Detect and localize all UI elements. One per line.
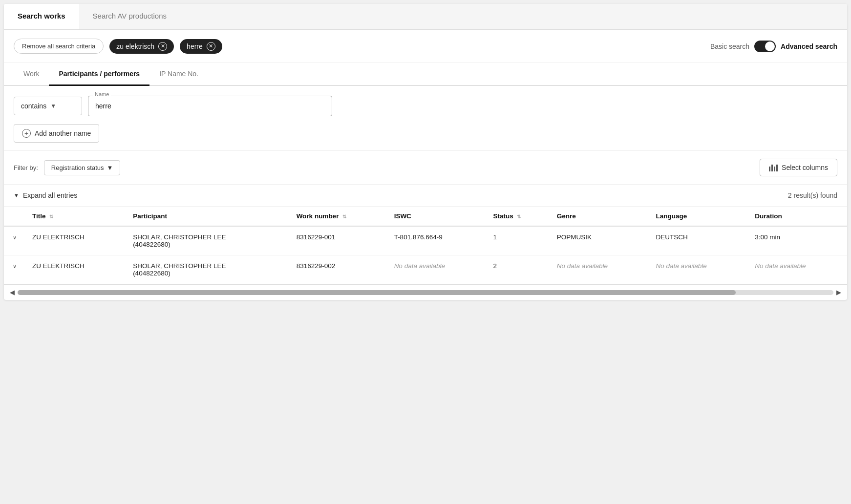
cell-work-number-1: 8316229-001 xyxy=(290,226,387,255)
add-name-button[interactable]: + Add another name xyxy=(14,124,99,143)
results-count: 2 result(s) found xyxy=(788,191,837,199)
select-columns-button[interactable]: Select columns xyxy=(760,159,837,176)
basic-search-label: Basic search xyxy=(710,42,749,50)
sub-tab-ip-name[interactable]: IP Name No. xyxy=(149,63,208,86)
remove-tag-zu-elektrisch[interactable]: ✕ xyxy=(158,42,167,51)
sort-icon: ⇅ xyxy=(49,214,53,219)
table-header-row: Title ⇅ Participant Work number ⇅ ISWC xyxy=(4,207,847,226)
sub-tab-participants[interactable]: Participants / performers xyxy=(49,63,149,86)
col-language: Language xyxy=(649,207,748,226)
columns-icon xyxy=(769,164,778,171)
cell-title-2: ZU ELEKTRISCH xyxy=(25,255,126,284)
tag-herre: herre ✕ xyxy=(180,39,222,54)
horizontal-scrollbar[interactable]: ◀ ▶ xyxy=(4,284,847,300)
col-expand xyxy=(4,207,25,226)
remove-tag-herre[interactable]: ✕ xyxy=(207,42,215,51)
filter-left: Filter by: Registration status ▼ xyxy=(14,160,120,175)
cell-status-2: 2 xyxy=(486,255,550,284)
col-work-number[interactable]: Work number ⇅ xyxy=(290,207,387,226)
table-wrapper: Title ⇅ Participant Work number ⇅ ISWC xyxy=(4,207,847,284)
sub-tabs: Work Participants / performers IP Name N… xyxy=(4,63,847,86)
sort-icon: ⇅ xyxy=(342,214,346,219)
row-expand-2[interactable]: ∨ xyxy=(4,255,25,284)
name-input-wrapper: Name xyxy=(88,96,332,116)
page-container: Search works Search AV productions Remov… xyxy=(0,0,851,504)
cell-genre-2: No data available xyxy=(550,255,649,284)
results-header: ▼ Expand all entries 2 result(s) found xyxy=(4,185,847,207)
scrollbar-track[interactable] xyxy=(18,290,833,295)
col-duration: Duration xyxy=(748,207,847,226)
name-input[interactable] xyxy=(88,96,332,116)
form-row: contains ▼ Name xyxy=(14,96,837,116)
cell-status-1: 1 xyxy=(486,226,550,255)
search-mode-switch[interactable] xyxy=(754,41,776,52)
criteria-bar: Remove all search criteria zu elektrisch… xyxy=(4,30,847,63)
results-table: Title ⇅ Participant Work number ⇅ ISWC xyxy=(4,207,847,284)
chevron-down-icon: ▼ xyxy=(107,164,113,171)
name-field-label: Name xyxy=(93,91,111,97)
sub-tab-work[interactable]: Work xyxy=(14,63,49,86)
scrollbar-handle[interactable] xyxy=(18,290,736,295)
registration-status-dropdown[interactable]: Registration status ▼ xyxy=(44,160,121,175)
expand-all-button[interactable]: ▼ Expand all entries xyxy=(14,191,77,199)
cell-language-1: DEUTSCH xyxy=(649,226,748,255)
col-genre: Genre xyxy=(550,207,649,226)
col-status[interactable]: Status ⇅ xyxy=(486,207,550,226)
chevron-down-icon: ▼ xyxy=(50,103,56,109)
table-row: ∨ ZU ELEKTRISCH SHOLAR, CHRISTOPHER LEE … xyxy=(4,255,847,284)
col-iswc: ISWC xyxy=(387,207,487,226)
remove-all-button[interactable]: Remove all search criteria xyxy=(14,39,104,54)
row-expand-1[interactable]: ∨ xyxy=(4,226,25,255)
col-participant: Participant xyxy=(126,207,290,226)
operator-dropdown[interactable]: contains ▼ xyxy=(14,97,82,115)
chevron-down-icon: ▼ xyxy=(14,192,19,198)
tab-search-av[interactable]: Search AV productions xyxy=(79,4,180,29)
tabs-header: Search works Search AV productions xyxy=(4,4,847,30)
cell-participant-1: SHOLAR, CHRISTOPHER LEE (404822680) xyxy=(126,226,290,255)
cell-duration-2: No data available xyxy=(748,255,847,284)
filter-by-label: Filter by: xyxy=(14,164,38,171)
expand-chevron-icon[interactable]: ∨ xyxy=(13,263,19,269)
filter-bar: Filter by: Registration status ▼ Select … xyxy=(4,151,847,185)
plus-icon: + xyxy=(22,129,31,138)
cell-genre-1: POPMUSIK xyxy=(550,226,649,255)
main-card: Search works Search AV productions Remov… xyxy=(4,4,847,300)
cell-language-2: No data available xyxy=(649,255,748,284)
cell-work-number-2: 8316229-002 xyxy=(290,255,387,284)
search-form: contains ▼ Name + Add another name xyxy=(4,86,847,151)
sort-icon: ⇅ xyxy=(517,214,521,219)
scroll-right-arrow[interactable]: ▶ xyxy=(833,288,844,297)
tag-zu-elektrisch: zu elektrisch ✕ xyxy=(109,39,174,54)
cell-iswc-2: No data available xyxy=(387,255,487,284)
advanced-search-label: Advanced search xyxy=(781,42,837,50)
table-row: ∨ ZU ELEKTRISCH SHOLAR, CHRISTOPHER LEE … xyxy=(4,226,847,255)
scroll-left-arrow[interactable]: ◀ xyxy=(7,288,18,297)
tab-search-works[interactable]: Search works xyxy=(4,4,79,29)
cell-duration-1: 3:00 min xyxy=(748,226,847,255)
search-mode-toggle: Basic search Advanced search xyxy=(710,41,837,52)
expand-chevron-icon[interactable]: ∨ xyxy=(13,234,19,240)
cell-iswc-1: T-801.876.664-9 xyxy=(387,226,487,255)
cell-title-1: ZU ELEKTRISCH xyxy=(25,226,126,255)
cell-participant-2: SHOLAR, CHRISTOPHER LEE (404822680) xyxy=(126,255,290,284)
col-title[interactable]: Title ⇅ xyxy=(25,207,126,226)
